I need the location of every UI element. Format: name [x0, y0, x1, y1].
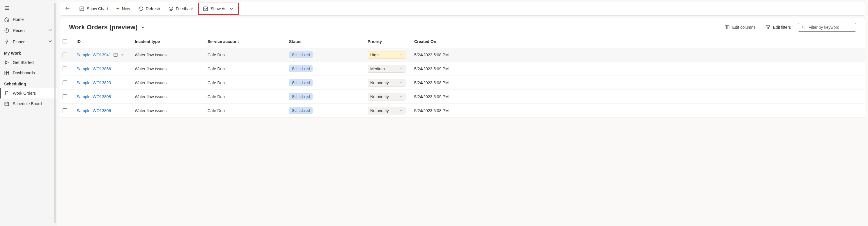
priority-dropdown[interactable]: No priority — [368, 107, 405, 114]
row-select-cell[interactable] — [60, 80, 74, 85]
svg-marker-25 — [766, 26, 770, 29]
sidebar-item-label: Schedule Board — [13, 101, 42, 106]
chevron-down-icon — [399, 81, 403, 84]
edit-filters-button[interactable]: Edit filters — [763, 23, 794, 32]
cell-status: Scheduled — [287, 79, 365, 86]
command-label: New — [122, 6, 130, 11]
hamburger-menu[interactable] — [0, 3, 57, 14]
priority-dropdown[interactable]: No priority — [368, 79, 405, 86]
cell-service-account: Cafe Duo — [205, 67, 287, 71]
id-link[interactable]: Sample_WO13808 — [76, 95, 111, 99]
row-select-cell[interactable] — [60, 67, 74, 71]
play-icon — [4, 60, 9, 65]
sidebar-item-pinned[interactable]: Pinned — [0, 36, 57, 47]
row-select-cell[interactable] — [60, 52, 74, 57]
feedback-button[interactable]: Feedback — [165, 4, 197, 13]
cell-priority: High — [365, 51, 412, 59]
status-badge: Scheduled — [289, 107, 313, 114]
id-link[interactable]: Sample_WO13823 — [76, 80, 111, 85]
chevron-down-icon — [399, 109, 403, 112]
priority-dropdown[interactable]: High — [368, 51, 405, 59]
status-badge: Scheduled — [289, 51, 313, 58]
table-row[interactable]: Sample_WO13808 Water flow issues Cafe Du… — [60, 90, 865, 104]
checkbox-icon — [63, 52, 67, 57]
table-row[interactable]: Sample_WO13823 Water flow issues Cafe Du… — [60, 76, 865, 90]
row-select-cell[interactable] — [60, 108, 74, 113]
cell-status: Scheduled — [287, 65, 365, 72]
id-link[interactable]: Sample_WO13941 — [76, 52, 111, 57]
checkbox-icon — [63, 108, 67, 113]
column-header-status[interactable]: Status — [287, 36, 365, 47]
cell-incident-type: Water flow issues — [132, 52, 205, 57]
svg-rect-6 — [5, 71, 6, 73]
sidebar-item-work-orders[interactable]: Work Orders — [0, 88, 57, 99]
checkbox-icon — [63, 39, 67, 44]
priority-value: No priority — [370, 108, 389, 113]
table-row[interactable]: Sample_WO13941 Water flow issues Cafe Du… — [60, 48, 865, 62]
sidebar-item-label: Pinned — [13, 39, 26, 44]
command-label: Feedback — [176, 6, 193, 11]
svg-point-18 — [169, 7, 173, 11]
priority-value: No priority — [370, 80, 389, 85]
checkbox-icon — [63, 80, 67, 85]
more-icon[interactable] — [120, 52, 125, 57]
smile-icon — [168, 6, 174, 11]
back-button[interactable] — [62, 4, 73, 14]
clipboard-icon — [4, 90, 9, 96]
filter-keyword-box[interactable] — [798, 23, 856, 32]
cell-service-account: Cafe Duo — [205, 52, 287, 57]
chevron-down-icon — [399, 67, 403, 71]
cell-id: Sample_WO13808 — [74, 95, 132, 99]
sidebar-item-home[interactable]: Home — [0, 14, 57, 25]
sidebar-item-schedule-board[interactable]: Schedule Board — [0, 99, 57, 109]
open-panel-icon[interactable] — [113, 52, 118, 57]
column-header-id[interactable]: ID ↓ — [74, 36, 132, 47]
refresh-icon — [138, 6, 144, 11]
sidebar-scrollbar[interactable] — [54, 3, 56, 223]
cell-status: Scheduled — [287, 107, 365, 114]
chevron-down-icon — [48, 27, 53, 33]
sidebar-item-recent[interactable]: Recent — [0, 25, 57, 36]
svg-point-30 — [121, 54, 122, 55]
cell-created-on: 5/24/2023 5:09 PM — [412, 67, 482, 71]
command-label: Refresh — [146, 6, 160, 11]
row-select-cell[interactable] — [60, 95, 74, 99]
svg-point-31 — [122, 54, 123, 55]
cell-id: Sample_WO13823 — [74, 80, 132, 85]
view-icon — [203, 6, 208, 11]
table-row[interactable]: Sample_WO13806 Water flow issues Cafe Du… — [60, 104, 865, 118]
pin-icon — [4, 39, 9, 44]
chevron-down-icon — [141, 25, 145, 30]
column-header-incident-type[interactable]: Incident type — [132, 36, 205, 47]
column-header-service-account[interactable]: Service account — [205, 36, 287, 47]
search-icon — [802, 25, 806, 30]
refresh-button[interactable]: Refresh — [135, 4, 163, 13]
cell-created-on: 5/24/2023 5:09 PM — [412, 95, 482, 99]
show-chart-button[interactable]: Show Chart — [76, 4, 112, 13]
select-all-cell[interactable] — [60, 36, 74, 47]
view-title-dropdown[interactable]: Work Orders (preview) — [69, 24, 145, 31]
cell-priority: No priority — [365, 79, 412, 86]
column-header-priority[interactable]: Priority — [365, 36, 412, 47]
sidebar-item-get-started[interactable]: Get Started — [0, 57, 57, 68]
command-label: Show As — [211, 6, 226, 11]
sidebar-item-label: Recent — [13, 28, 26, 33]
id-link[interactable]: Sample_WO13866 — [76, 67, 111, 71]
new-button[interactable]: + New — [113, 5, 134, 13]
id-link[interactable]: Sample_WO13806 — [76, 108, 111, 113]
cell-service-account: Cafe Duo — [205, 108, 287, 113]
svg-rect-8 — [7, 73, 9, 75]
sidebar-item-dashboards[interactable]: Dashboards — [0, 68, 57, 78]
edit-columns-button[interactable]: Edit columns — [721, 23, 758, 32]
sidebar-section-scheduling: Scheduling — [0, 78, 57, 88]
table-row[interactable]: Sample_WO13866 Water flow issues Cafe Du… — [60, 62, 865, 76]
action-label: Edit filters — [773, 25, 791, 30]
calendar-icon — [4, 101, 9, 106]
show-as-button[interactable]: Show As — [198, 3, 238, 15]
priority-dropdown[interactable]: Medium — [368, 65, 405, 73]
cell-incident-type: Water flow issues — [132, 67, 205, 71]
filter-keyword-input[interactable] — [809, 25, 852, 30]
priority-dropdown[interactable]: No priority — [368, 93, 405, 101]
priority-value: No priority — [370, 95, 389, 99]
column-header-created-on[interactable]: Created On — [412, 36, 482, 47]
